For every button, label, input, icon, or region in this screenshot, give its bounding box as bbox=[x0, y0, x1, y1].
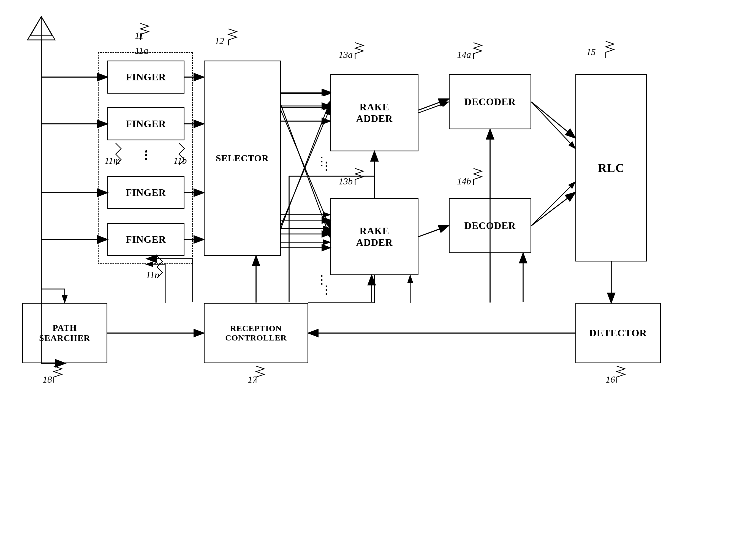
ref-15: 15 bbox=[586, 47, 596, 57]
ref-16: 16 bbox=[606, 374, 615, 385]
ref-14b: 14b bbox=[457, 176, 471, 186]
svg-marker-40 bbox=[28, 16, 55, 40]
finger2-label: FINGER bbox=[126, 118, 166, 130]
decoder1-block: DECODER bbox=[449, 74, 531, 129]
decoder2-label: DECODER bbox=[464, 220, 516, 232]
finger1-block: FINGER bbox=[107, 61, 184, 94]
finger3-label: FINGER bbox=[126, 187, 166, 199]
rake-adder1-block: RAKEADDER bbox=[331, 74, 418, 151]
ref-11a: 11a bbox=[135, 45, 148, 56]
selector-block: SELECTOR bbox=[204, 61, 281, 256]
ref-11: 11 bbox=[135, 30, 143, 41]
dots-top: ⋮ bbox=[321, 160, 332, 173]
svg-line-3 bbox=[30, 16, 41, 36]
ref-18: 18 bbox=[43, 374, 52, 385]
reception-controller-label: RECEPTIONCONTROLLER bbox=[225, 324, 286, 342]
svg-line-60 bbox=[531, 193, 575, 226]
svg-line-23 bbox=[418, 226, 449, 237]
rake-adder2-label: RAKEADDER bbox=[356, 225, 392, 248]
finger2-block: FINGER bbox=[107, 107, 184, 140]
rake-adder2-block: RAKEADDER bbox=[331, 198, 418, 275]
reception-controller-block: RECEPTIONCONTROLLER bbox=[204, 303, 308, 363]
detector-block: DETECTOR bbox=[575, 303, 661, 363]
ref-17: 17 bbox=[248, 374, 257, 385]
rake-adder1-label: RAKEADDER bbox=[356, 101, 392, 125]
decoder1-label: DECODER bbox=[464, 96, 516, 108]
path-searcher-block: PATHSEARCHER bbox=[22, 303, 107, 363]
ref-11b: 11b bbox=[173, 155, 187, 166]
svg-line-22 bbox=[418, 102, 449, 113]
svg-line-57 bbox=[418, 99, 448, 110]
finger1-label: FINGER bbox=[126, 71, 166, 83]
svg-line-4 bbox=[41, 16, 52, 36]
path-searcher-label: PATHSEARCHER bbox=[39, 323, 90, 343]
rlc-block: RLC bbox=[575, 74, 647, 262]
svg-line-59 bbox=[531, 102, 575, 138]
ref-12: 12 bbox=[215, 36, 224, 46]
svg-line-25 bbox=[531, 182, 575, 226]
rlc-label: RLC bbox=[598, 161, 624, 175]
ref-11m: 11m bbox=[105, 155, 120, 166]
decoder2-block: DECODER bbox=[449, 198, 531, 253]
dots-bottom: ⋮ bbox=[321, 283, 332, 297]
ref-13b: 13b bbox=[339, 176, 353, 186]
svg-line-58 bbox=[418, 226, 448, 237]
ref-14a: 14a bbox=[457, 49, 471, 60]
dots-fingers: ⋮ bbox=[140, 149, 151, 162]
finger3-block: FINGER bbox=[107, 176, 184, 209]
selector-label: SELECTOR bbox=[216, 153, 269, 164]
ref-11n: 11n bbox=[146, 270, 159, 280]
diagram: FINGER FINGER FINGER FINGER SELECTOR RAK… bbox=[0, 0, 756, 556]
finger4-block: FINGER bbox=[107, 223, 184, 256]
detector-label: DETECTOR bbox=[589, 327, 647, 339]
ref-13a: 13a bbox=[339, 49, 353, 60]
finger4-label: FINGER bbox=[126, 234, 166, 245]
svg-line-24 bbox=[531, 102, 575, 149]
